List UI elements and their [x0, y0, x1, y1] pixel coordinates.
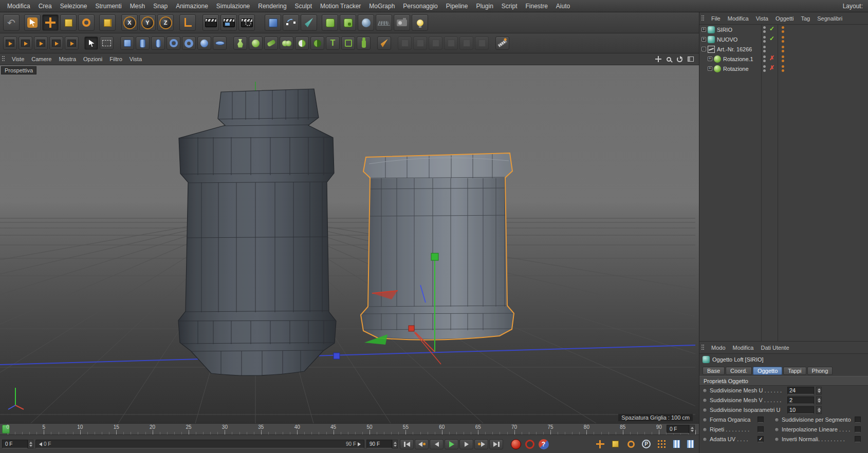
menu-item-script[interactable]: Script	[497, 3, 522, 10]
object-row-rotazione[interactable]: +Rotazione✗	[699, 64, 868, 73]
tag-dots-icon[interactable]	[782, 36, 784, 43]
goto-end-button[interactable]	[489, 439, 503, 449]
expander-icon[interactable]: +	[701, 37, 706, 42]
spline-draw-icon[interactable]	[377, 36, 391, 50]
menu-item-aiuto[interactable]: Aiuto	[552, 3, 574, 10]
keyframe-dot[interactable]	[703, 437, 707, 442]
z-axis-lock-icon[interactable]: Z	[157, 14, 174, 31]
measure-icon[interactable]	[495, 36, 509, 50]
goto-start-button[interactable]	[400, 439, 414, 449]
enabled-check-icon[interactable]: ✓	[769, 35, 774, 42]
torus-primitive-icon[interactable]	[182, 36, 196, 50]
visibility-dots-icon[interactable]	[763, 46, 766, 52]
modeling-tool-icon-2[interactable]	[413, 36, 427, 50]
grid-dots-icon[interactable]	[655, 438, 668, 450]
object-row-nuovo[interactable]: +NUOVO✓	[699, 34, 868, 44]
keyframe-dot[interactable]	[774, 418, 779, 422]
object-name[interactable]: Rotazione.1	[723, 56, 753, 62]
menu-item-simulazione[interactable]: Simulazione	[212, 3, 254, 10]
menu-item-sculpt[interactable]: Sculpt	[291, 3, 316, 10]
environment-icon[interactable]	[358, 14, 374, 31]
range-start-handle[interactable]: 0 F	[39, 441, 51, 447]
floor-icon[interactable]	[376, 14, 392, 31]
layout-panel-icon[interactable]	[670, 438, 683, 450]
modeling-tool-icon-4[interactable]	[444, 36, 458, 50]
modeling-tool-icon-3[interactable]	[429, 36, 442, 50]
gizmo-x-handle[interactable]	[409, 326, 414, 331]
forma-organica-checkbox[interactable]	[758, 417, 764, 423]
selection-arrow-icon[interactable]	[84, 36, 98, 50]
menu-item-dati-utente[interactable]: Dati Utente	[758, 345, 793, 351]
capsule-primitive-icon[interactable]	[151, 36, 165, 50]
timeline-ruler[interactable]: 051015202530354045505560657075808590 0 F	[0, 423, 699, 435]
keyframe-dot[interactable]	[703, 388, 707, 393]
y-axis-lock-icon[interactable]: Y	[139, 14, 156, 31]
object-row-rotazione-1[interactable]: +Rotazione.1✗	[699, 54, 868, 64]
model-jar-right-selected[interactable]	[360, 153, 514, 340]
menu-item-vista[interactable]: Vista	[752, 15, 772, 22]
menu-item-mostra[interactable]: Mostra	[55, 56, 80, 62]
menu-item-snap[interactable]: Snap	[149, 3, 172, 10]
object-row-art-nr-16266[interactable]: -Art.-Nr. 16266	[699, 44, 868, 54]
tag-dots-icon[interactable]	[782, 46, 784, 52]
keyframe-dot[interactable]	[774, 427, 779, 432]
preview-range-slider[interactable]: 0 F 90 F	[35, 440, 364, 448]
move-tool-icon[interactable]	[42, 14, 59, 31]
menu-item-modifica[interactable]: Modifica	[3, 3, 34, 10]
extrude-object-icon[interactable]	[233, 36, 247, 50]
menu-item-personaggio[interactable]: Personaggio	[399, 3, 441, 10]
current-frame-field[interactable]: 0 F	[2, 440, 28, 448]
modeling-tool-icon-1[interactable]	[398, 36, 412, 50]
frame-field-stepper[interactable]	[689, 425, 695, 433]
enabled-check-icon[interactable]: ✓	[769, 25, 774, 32]
menu-item-mograph[interactable]: MoGraph	[365, 3, 399, 10]
rect-selection-icon[interactable]	[100, 36, 114, 50]
current-frame-stepper[interactable]	[28, 440, 33, 448]
help-button[interactable]: ?	[537, 438, 550, 450]
menu-item-plugin[interactable]: Plugin	[472, 3, 497, 10]
object-name[interactable]: NUOVO	[717, 36, 737, 43]
tag-dots-icon[interactable]	[782, 26, 784, 33]
tab-coord-[interactable]: Coord.	[726, 367, 752, 375]
platonic-object-icon[interactable]	[341, 36, 355, 50]
menu-item-modifica[interactable]: Modifica	[729, 345, 758, 351]
object-name[interactable]: Rotazione	[723, 66, 749, 72]
drag-handle-icon[interactable]	[2, 56, 6, 62]
render-view-icon[interactable]	[202, 14, 219, 31]
menu-item-animazione[interactable]: Animazione	[172, 3, 212, 10]
scale-lower-icon[interactable]	[609, 438, 622, 450]
undo-icon[interactable]: ↶	[3, 14, 20, 31]
menu-item-viste[interactable]: Viste	[8, 56, 28, 62]
lathe-object-icon[interactable]	[249, 36, 263, 50]
anim-palette-icon-2[interactable]	[19, 36, 32, 50]
tab-base[interactable]: Base	[703, 367, 725, 375]
tab-oggetto[interactable]: Oggetto	[753, 367, 782, 375]
tag-dots-icon[interactable]	[782, 65, 784, 72]
viewport[interactable]: Prospettiva Spaziatura Griglia : 100 cm	[0, 65, 699, 423]
prev-frame-button[interactable]	[430, 439, 444, 449]
menu-item-oggetti[interactable]: Oggetti	[772, 15, 797, 22]
pan-view-icon[interactable]	[654, 55, 662, 63]
visibility-dots-icon[interactable]	[763, 65, 766, 72]
frame-field[interactable]: 0 F	[667, 425, 689, 433]
expander-icon[interactable]: -	[701, 47, 706, 51]
menu-item-rendering[interactable]: Rendering	[254, 3, 290, 10]
last-tool-icon[interactable]	[99, 14, 116, 31]
autokey-button[interactable]	[523, 438, 536, 450]
menu-item-selezione[interactable]: Selezione	[56, 3, 91, 10]
menu-item-segnalibri[interactable]: Segnalibri	[814, 15, 846, 22]
menu-item-tag[interactable]: Tag	[797, 15, 814, 22]
disc-primitive-icon[interactable]	[213, 36, 227, 50]
x-axis-handle[interactable]	[334, 353, 340, 359]
range-end-handle[interactable]: 90 F	[346, 441, 361, 447]
play-button[interactable]	[445, 439, 458, 449]
anim-palette-icon-4[interactable]	[49, 36, 63, 50]
move-lower-icon[interactable]	[594, 438, 606, 450]
disabled-cross-icon[interactable]: ✗	[769, 64, 774, 71]
inverti-normali-checkbox[interactable]	[855, 436, 861, 442]
live-selection-icon[interactable]	[24, 14, 41, 31]
visibility-dots-icon[interactable]	[763, 36, 766, 43]
cylinder-primitive-icon[interactable]	[136, 36, 150, 50]
mesh-v-input[interactable]: 2	[787, 397, 814, 404]
primitive-cube-icon[interactable]	[265, 14, 281, 31]
